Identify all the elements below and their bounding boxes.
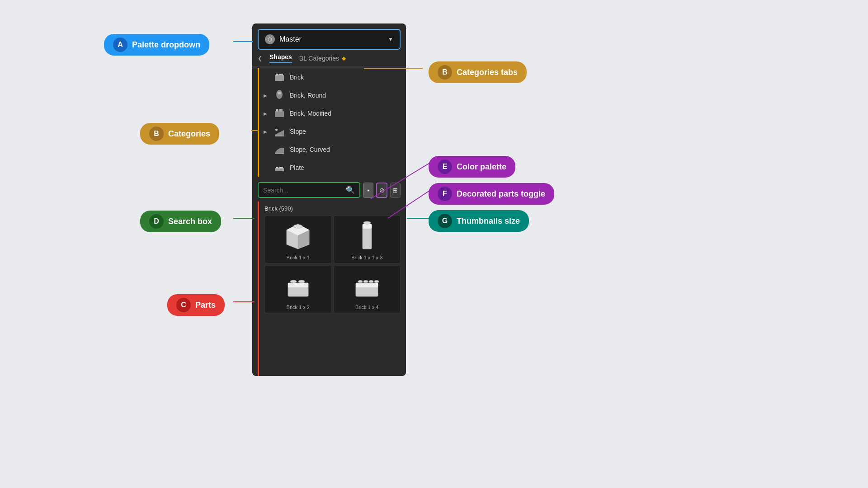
svg-point-30: [358, 280, 363, 282]
single-view-icon: ▪: [367, 187, 369, 194]
svg-point-27: [298, 280, 305, 283]
annotation-B-cat-text: Categories: [168, 129, 210, 139]
svg-rect-2: [278, 74, 281, 75]
brick-1x1-svg: [284, 222, 311, 251]
category-label: Slope: [290, 128, 401, 135]
category-label: Slope, Curved: [290, 146, 401, 153]
annotation-F: F Decorated parts toggle: [429, 183, 554, 205]
annotation-A: A Palette dropdown: [104, 34, 209, 56]
part-card-brick-1x1x3[interactable]: Brick 1 x 1 x 3: [334, 216, 401, 263]
category-item-brick-round[interactable]: ▶ Brick, Round: [259, 86, 406, 104]
expand-icon: ▶: [264, 93, 269, 98]
svg-point-20: [293, 225, 302, 228]
svg-point-23: [363, 221, 371, 224]
categories-list: Brick ▶ Brick, Round ▶ Brick, Modified ▶: [258, 68, 406, 177]
annotation-C-label: C Parts: [167, 294, 225, 316]
annotation-E: E Color palette: [429, 156, 515, 178]
brick-icon: [274, 71, 285, 83]
svg-rect-25: [288, 283, 308, 287]
category-item-slope-curved[interactable]: Slope, Curved: [259, 141, 406, 159]
expand-icon: ▶: [264, 111, 269, 116]
annotation-G: G Thumbnails size: [429, 210, 529, 232]
part-label: Brick 1 x 4: [355, 305, 378, 310]
grid-icon: ⊞: [392, 187, 398, 194]
palette-dropdown[interactable]: ⬡ Master ▼: [258, 29, 401, 50]
part-image: [282, 270, 314, 302]
svg-marker-9: [275, 130, 284, 135]
category-item-plate[interactable]: Plate: [259, 159, 406, 177]
annotation-A-text: Palette dropdown: [132, 40, 200, 50]
search-icon[interactable]: 🔍: [346, 186, 355, 194]
svg-rect-16: [281, 167, 283, 169]
annotation-D-text: Search box: [168, 217, 212, 226]
part-card-brick-1x2[interactable]: Brick 1 x 2: [264, 265, 332, 313]
dropdown-arrow-icon: ▼: [388, 36, 393, 42]
category-item-brick-modified[interactable]: ▶ Brick, Modified: [259, 104, 406, 122]
svg-point-33: [374, 280, 379, 282]
tabs-row: ❮ Shapes BL Categories ◆: [252, 53, 406, 66]
annotation-D-badge: D: [149, 214, 164, 229]
annotation-C: C Parts: [167, 294, 225, 316]
annotation-B-tab: B Categories tabs: [429, 61, 527, 83]
annotation-E-badge: E: [438, 160, 452, 174]
svg-rect-0: [275, 75, 284, 81]
search-row: 🔍 ▪ ⊘ ⊞: [252, 178, 406, 202]
category-label: Brick: [290, 74, 401, 81]
palette-label: Master: [279, 35, 388, 43]
category-label: Plate: [290, 164, 401, 171]
decorated-parts-toggle[interactable]: ⊘: [376, 183, 387, 198]
part-card-brick-1x4[interactable]: Brick 1 x 4: [334, 265, 401, 313]
svg-rect-8: [279, 109, 283, 112]
annotation-B-tab-label: B Categories tabs: [429, 61, 527, 83]
svg-rect-3: [281, 74, 283, 75]
svg-rect-13: [275, 168, 284, 171]
svg-rect-14: [276, 167, 278, 169]
svg-point-31: [363, 280, 368, 282]
part-image: [282, 221, 314, 252]
part-image: [351, 221, 383, 252]
annotation-E-text: Color palette: [457, 162, 506, 172]
annotation-A-badge: A: [113, 38, 127, 52]
part-label: Brick 1 x 2: [287, 305, 310, 310]
annotation-F-label: F Decorated parts toggle: [429, 183, 554, 205]
annotation-B-cat: B Categories: [140, 123, 219, 145]
part-image: [351, 270, 383, 302]
expand-icon: ▶: [264, 129, 269, 134]
category-label: Brick, Round: [290, 92, 401, 99]
slope-curved-icon: [274, 144, 285, 155]
search-box[interactable]: 🔍: [258, 182, 360, 198]
annotation-G-badge: G: [438, 214, 452, 228]
svg-rect-10: [275, 135, 284, 136]
part-card-brick-1x1[interactable]: Brick 1 x 1: [264, 216, 332, 263]
annotation-E-label: E Color palette: [429, 156, 515, 178]
annotation-C-text: Parts: [195, 300, 216, 310]
brick-1x2-svg: [286, 272, 311, 301]
category-item-brick[interactable]: Brick: [259, 68, 406, 86]
svg-rect-29: [356, 283, 378, 287]
svg-point-7: [276, 109, 278, 112]
tab-bl-categories[interactable]: BL Categories ◆: [299, 55, 346, 62]
annotation-F-badge: F: [438, 187, 452, 201]
tab-shapes[interactable]: Shapes: [269, 53, 292, 63]
annotation-D: D Search box: [140, 211, 221, 232]
search-input[interactable]: [263, 187, 342, 194]
thumbnail-grid-button[interactable]: ⊞: [390, 183, 401, 198]
svg-point-5: [278, 92, 281, 94]
svg-point-26: [290, 280, 297, 283]
annotation-D-label: D Search box: [140, 211, 221, 232]
svg-rect-22: [363, 224, 372, 229]
parts-section: Brick (590) Brick 1 x 1: [258, 202, 406, 376]
parts-grid: Brick 1 x 1 Brick 1 x 1 x 3: [264, 216, 401, 313]
svg-rect-6: [275, 111, 284, 117]
part-label: Brick 1 x 1 x 3: [351, 255, 382, 260]
category-label: Brick, Modified: [290, 110, 401, 117]
category-item-slope[interactable]: ▶ Slope: [259, 122, 406, 141]
svg-rect-11: [275, 129, 278, 131]
annotation-A-label: A Palette dropdown: [104, 34, 209, 56]
svg-point-32: [369, 280, 373, 282]
annotation-F-text: Decorated parts toggle: [457, 189, 545, 199]
thumbnail-single-button[interactable]: ▪: [363, 183, 373, 198]
collapse-chevron-icon[interactable]: ❮: [258, 55, 262, 61]
annotation-B-tab-badge: B: [438, 65, 452, 80]
brick-1x4-svg: [354, 272, 379, 301]
